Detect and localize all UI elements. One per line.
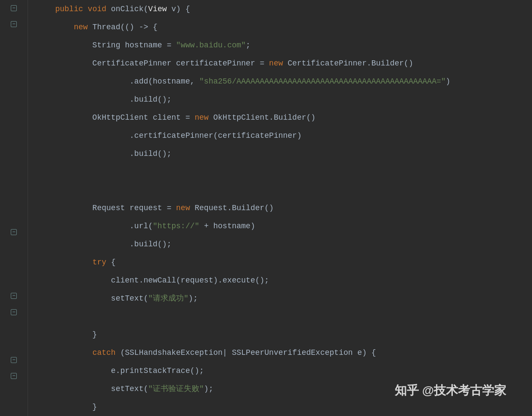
- code-line: client.newCall(request).execute();: [37, 271, 523, 289]
- code-line: Request request = new Request.Builder(): [37, 199, 523, 217]
- code-token: [37, 0, 55, 18]
- code-line: new Thread(() -> {: [37, 18, 523, 36]
- fold-icon[interactable]: −: [11, 309, 17, 315]
- code-token: public: [55, 0, 83, 18]
- code-token: new: [269, 54, 283, 72]
- code-token: {: [106, 253, 116, 271]
- gutter-line: [0, 144, 28, 160]
- code-token: void: [88, 0, 106, 18]
- code-token: [37, 253, 93, 271]
- code-line: .certificatePinner(certificatePinner): [37, 127, 523, 145]
- code-token: try: [93, 253, 106, 271]
- code-token: .build();: [37, 90, 171, 109]
- fold-icon[interactable]: −: [11, 5, 17, 11]
- code-line: .build();: [37, 235, 523, 253]
- code-token: [37, 344, 93, 362]
- fold-icon[interactable]: −: [11, 373, 17, 379]
- code-token: client.newCall(request).execute();: [37, 271, 269, 289]
- gutter-line: [0, 384, 28, 400]
- code-token: v) {: [167, 0, 190, 18]
- gutter-line: [0, 48, 28, 64]
- code-line: }: [37, 326, 523, 344]
- code-token: );: [204, 380, 213, 398]
- code-token: "sha256/AAAAAAAAAAAAAAAAAAAAAAAAAAAAAAAA…: [199, 72, 446, 90]
- gutter-line: [0, 240, 28, 256]
- code-line: OkHttpClient client = new OkHttpClient.B…: [37, 109, 523, 127]
- code-token: .certificatePinner(certificatePinner): [37, 127, 302, 145]
- code-token: "www.baidu.com": [176, 36, 246, 54]
- code-line: [37, 181, 523, 199]
- gutter-line: −: [0, 368, 28, 384]
- code-token: .add(hostname,: [37, 72, 199, 90]
- gutter-line: −: [0, 288, 28, 304]
- code-token: OkHttpClient.Builder(): [209, 109, 315, 127]
- code-token: setText(: [37, 289, 148, 307]
- code-token: CertificatePinner certificatePinner =: [37, 54, 269, 72]
- code-line: public void onClick(View v) {: [37, 0, 523, 18]
- code-token: .build();: [37, 235, 171, 253]
- gutter-line: [0, 112, 28, 128]
- code-line: }: [37, 398, 523, 416]
- code-token: new: [176, 199, 190, 217]
- code-line: .url("https://" + hostname): [37, 217, 523, 235]
- code-token: "https://": [153, 217, 199, 235]
- code-line: [37, 163, 523, 181]
- code-token: Request.Builder(): [190, 199, 273, 217]
- code-line: try {: [37, 253, 523, 271]
- code-line: .build();: [37, 90, 523, 109]
- code-token: View: [148, 0, 167, 18]
- code-token: [83, 0, 88, 18]
- code-token: e.printStackTrace();: [37, 362, 204, 380]
- code-line: .add(hostname, "sha256/AAAAAAAAAAAAAAAAA…: [37, 72, 523, 90]
- code-token: Thread(() -> {: [88, 18, 158, 36]
- code-token: new: [74, 18, 87, 36]
- code-token: ;: [246, 36, 251, 54]
- gutter-line: [0, 336, 28, 352]
- code-token: String hostname =: [37, 36, 176, 54]
- code-token: .url(: [37, 217, 153, 235]
- gutter-line: [0, 32, 28, 48]
- code-token: setText(: [37, 380, 148, 398]
- watermark: 知乎 @技术考古学家: [395, 382, 506, 399]
- gutter-line: [0, 160, 28, 176]
- fold-icon[interactable]: −: [11, 21, 17, 27]
- code-token: Request request =: [37, 199, 176, 217]
- fold-icon[interactable]: −: [11, 357, 17, 363]
- fold-icon[interactable]: −: [11, 229, 17, 235]
- editor-gutter: −−−−−−−: [0, 0, 28, 416]
- gutter-line: [0, 256, 28, 272]
- gutter-line: −: [0, 304, 28, 320]
- code-token: (SSLHandshakeException| SSLPeerUnverifie…: [116, 344, 376, 362]
- code-line: catch (SSLHandshakeException| SSLPeerUnv…: [37, 344, 523, 362]
- code-content: public void onClick(View v) { new Thread…: [28, 0, 532, 416]
- gutter-line: [0, 192, 28, 208]
- gutter-line: −: [0, 0, 28, 16]
- gutter-line: −: [0, 16, 28, 32]
- fold-icon[interactable]: −: [11, 293, 17, 299]
- gutter-line: [0, 208, 28, 224]
- code-token: "证书验证失败": [148, 380, 204, 398]
- code-token: catch: [93, 344, 116, 362]
- code-token: [37, 18, 74, 36]
- gutter-line: [0, 64, 28, 80]
- gutter-line: [0, 96, 28, 112]
- code-token: CertificatePinner.Builder(): [283, 54, 413, 72]
- code-token: );: [189, 289, 198, 307]
- code-token: onClick(: [106, 0, 148, 18]
- code-token: ): [446, 72, 451, 90]
- code-editor: −−−−−−− public void onClick(View v) { ne…: [0, 0, 532, 416]
- code-token: "请求成功": [148, 289, 189, 307]
- code-line: e.printStackTrace();: [37, 362, 523, 380]
- code-token: }: [37, 398, 97, 416]
- code-line: .build();: [37, 145, 523, 163]
- code-token: .build();: [37, 145, 171, 163]
- gutter-line: [0, 128, 28, 144]
- code-token: OkHttpClient client =: [37, 109, 195, 127]
- gutter-line: [0, 176, 28, 192]
- gutter-line: [0, 272, 28, 288]
- code-line: [37, 307, 523, 326]
- gutter-line: [0, 320, 28, 336]
- code-line: CertificatePinner certificatePinner = ne…: [37, 54, 523, 72]
- gutter-line: −: [0, 224, 28, 240]
- code-token: new: [195, 109, 208, 127]
